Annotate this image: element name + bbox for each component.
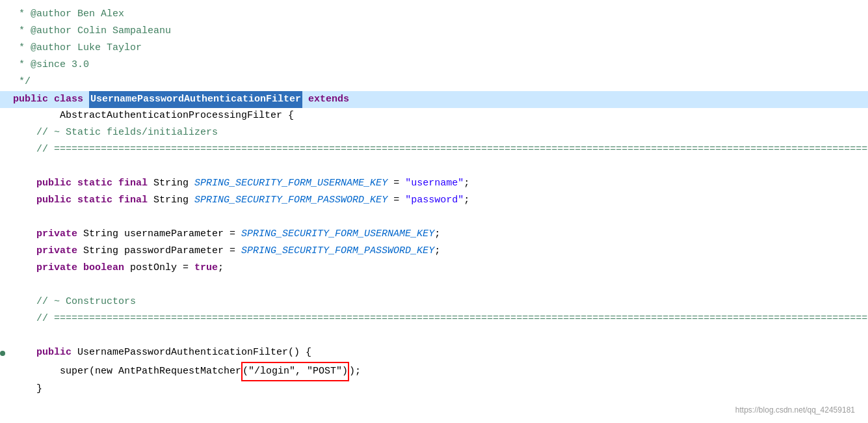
string-value: "username": [405, 176, 464, 191]
keyword-true: true: [194, 260, 218, 276]
keyword-private: private: [13, 226, 83, 242]
keyword-public: public: [13, 176, 77, 191]
comment-text: * @author Colin Sampaleanu: [13, 23, 171, 39]
code-line: // ~ Constructors: [0, 294, 868, 311]
separator-line: // =====================================…: [13, 142, 867, 157]
red-box-highlight: ("/login", "POST"): [241, 362, 349, 381]
semicolon: ;: [434, 243, 440, 259]
field-username-param: usernameParameter =: [124, 226, 241, 242]
abstract-class-name: AbstractAuthenticationProcessingFilter {: [13, 108, 294, 124]
keyword-public: public: [13, 345, 77, 361]
constant-ref-password: SPRING_SECURITY_FORM_PASSWORD_KEY: [241, 243, 434, 259]
empty-line: [13, 277, 19, 293]
keyword-static: static: [77, 176, 118, 191]
code-line: private String passwordParameter = SPRIN…: [0, 243, 868, 260]
type-string2: String: [83, 226, 124, 242]
close-brace: }: [13, 381, 42, 397]
field-postonly: postOnly =: [130, 260, 194, 276]
keyword-public: public: [13, 193, 77, 208]
code-line: [0, 328, 868, 345]
type-string: String: [153, 193, 194, 208]
keyword-private: private: [13, 260, 83, 276]
comment-text: */: [13, 74, 31, 90]
breakpoint-dot: [0, 351, 5, 356]
comment-text: * @since 3.0: [13, 57, 89, 73]
code-line-close: }: [0, 381, 868, 398]
empty-line: [13, 210, 19, 225]
separator-line2: // =====================================…: [13, 311, 867, 327]
code-line: AbstractAuthenticationProcessingFilter {: [0, 108, 868, 125]
constant-name-password: SPRING_SECURITY_FORM_PASSWORD_KEY: [194, 193, 388, 208]
equals-sign: =: [388, 193, 405, 208]
constant-ref-username: SPRING_SECURITY_FORM_USERNAME_KEY: [241, 226, 434, 242]
empty-line: [13, 328, 19, 344]
keyword-private: private: [13, 243, 83, 259]
code-line: // ~ Static fields/initializers: [0, 125, 868, 142]
code-line: private String usernameParameter = SPRIN…: [0, 226, 868, 243]
extends-keyword: [302, 92, 308, 107]
code-line-highlighted: public class UsernamePasswordAuthenticat…: [0, 91, 868, 108]
comment-text: * @author Ben Alex: [13, 7, 124, 22]
keyword-final: final: [118, 176, 153, 191]
code-line: * @author Luke Taylor: [0, 40, 868, 57]
semicolon: ;: [218, 260, 224, 276]
super-call: super(new AntPathRequestMatcher: [13, 364, 241, 379]
keyword-boolean: boolean: [83, 260, 130, 276]
semicolon: ;: [464, 193, 469, 208]
code-line: // =====================================…: [0, 142, 868, 159]
code-line: * @author Ben Alex: [0, 7, 868, 23]
close-paren-semi: );: [349, 364, 361, 379]
code-line: private boolean postOnly = true ;: [0, 260, 868, 277]
constructor-name: UsernamePasswordAuthenticationFilter() {: [77, 345, 311, 361]
semicolon: ;: [464, 176, 469, 191]
code-line-constructor: public UsernamePasswordAuthenticationFil…: [0, 345, 868, 362]
watermark: https://blog.csdn.net/qq_42459181: [735, 404, 855, 416]
keyword-static: static: [77, 193, 118, 208]
constant-name: SPRING_SECURITY_FORM_USERNAME_KEY: [194, 176, 388, 191]
field-password-param: passwordParameter =: [124, 243, 241, 259]
comment-constructors: // ~ Constructors: [13, 294, 136, 310]
code-line: public static final String SPRING_SECURI…: [0, 193, 868, 210]
keyword-public: public: [13, 92, 54, 107]
comment-text: * @author Luke Taylor: [13, 40, 142, 56]
code-line: * @author Colin Sampaleanu: [0, 23, 868, 40]
code-line: */: [0, 74, 868, 91]
type-string3: String: [83, 243, 124, 259]
code-line-super: super(new AntPathRequestMatcher("/login"…: [0, 362, 868, 381]
class-name-selected: UsernamePasswordAuthenticationFilter: [89, 91, 302, 108]
string-value-password: "password": [405, 193, 464, 208]
code-container: * @author Ben Alex * @author Colin Sampa…: [0, 0, 868, 423]
keyword-extends: extends: [308, 92, 349, 107]
code-line: [0, 277, 868, 294]
code-line: public static final String SPRING_SECURI…: [0, 176, 868, 193]
empty-line: [13, 159, 19, 174]
code-line: [0, 210, 868, 226]
semicolon: ;: [434, 226, 440, 242]
code-line: * @since 3.0: [0, 57, 868, 74]
type-string: String: [153, 176, 194, 191]
comment-static: // ~ Static fields/initializers: [13, 125, 218, 141]
keyword-class: class: [54, 92, 89, 107]
equals-sign: =: [388, 176, 405, 191]
code-line: [0, 159, 868, 176]
keyword-final: final: [118, 193, 153, 208]
code-line: // =====================================…: [0, 311, 868, 328]
